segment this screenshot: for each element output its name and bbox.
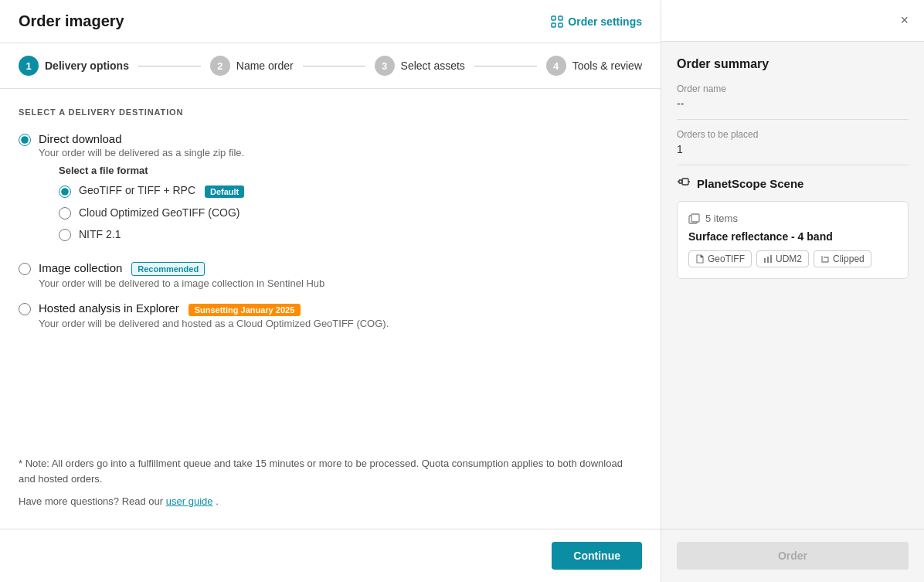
- default-badge: Default: [205, 185, 244, 198]
- step-circle-2: 2: [210, 56, 230, 76]
- modal-header: Order imagery Order settings: [0, 0, 661, 43]
- geotiff-label[interactable]: GeoTIFF or TIFF + RPC Default: [79, 184, 244, 197]
- user-guide-link[interactable]: user guide: [166, 495, 213, 507]
- geotiff-option: GeoTIFF or TIFF + RPC Default: [59, 184, 244, 198]
- step-2: 2 Name order: [210, 56, 294, 76]
- direct-download-label[interactable]: Direct download: [39, 132, 122, 145]
- right-header: ×: [661, 0, 924, 42]
- order-name-value: --: [677, 97, 909, 110]
- recommended-badge: Recommended: [131, 262, 205, 276]
- image-collection-label[interactable]: Image collection Recommended: [39, 262, 205, 274]
- geotiff-tag: GeoTIFF: [688, 250, 752, 267]
- nitf-radio[interactable]: [59, 229, 71, 241]
- svg-rect-2: [552, 23, 555, 27]
- settings-icon: [551, 15, 563, 28]
- modal-title: Order imagery: [19, 12, 124, 30]
- svg-rect-11: [767, 257, 769, 263]
- order-summary-title: Order summary: [677, 57, 909, 71]
- step-circle-3: 3: [375, 56, 395, 76]
- nitf-label[interactable]: NITF 2.1: [79, 228, 121, 240]
- order-settings-button[interactable]: Order settings: [551, 15, 642, 28]
- svg-rect-1: [559, 16, 562, 20]
- note-section: * Note: All orders go into a fulfillment…: [0, 437, 661, 529]
- planet-icon: [677, 175, 691, 192]
- direct-download-desc: Your order will be delivered as a single…: [39, 147, 244, 158]
- main-content: SELECT A DELIVERY DESTINATION Direct dow…: [0, 89, 661, 437]
- sunsetting-badge: Sunsetting January 2025: [189, 304, 301, 316]
- file-format-section: Select a file format GeoTIFF or TIFF + R…: [59, 165, 244, 241]
- svg-rect-5: [682, 179, 688, 185]
- image-collection-desc: Your order will be delivered to a image …: [39, 277, 324, 289]
- clipped-tag: Clipped: [814, 250, 871, 267]
- svg-rect-12: [770, 255, 772, 263]
- svg-rect-9: [691, 214, 699, 222]
- file-format-label: Select a file format: [59, 165, 244, 176]
- hosted-analysis-label[interactable]: Hosted analysis in Explorer Sunsetting J…: [39, 302, 301, 315]
- continue-button[interactable]: Continue: [552, 542, 642, 570]
- scene-items-count: 5 items: [688, 213, 897, 224]
- step-divider-3: [474, 66, 537, 66]
- user-guide-text: Have more questions? Read our user guide…: [19, 494, 642, 510]
- close-button[interactable]: ×: [900, 12, 909, 29]
- section-title: SELECT A DELIVERY DESTINATION: [19, 107, 642, 117]
- svg-rect-10: [764, 258, 766, 263]
- scene-card: 5 items Surface reflectance - 4 band Geo…: [677, 201, 909, 279]
- step-label-1: Delivery options: [45, 60, 129, 72]
- nitf-option: NITF 2.1: [59, 227, 244, 241]
- order-name-label: Order name: [677, 83, 909, 94]
- planetscope-header: PlanetScope Scene: [677, 175, 909, 192]
- step-label-2: Name order: [236, 60, 294, 72]
- right-panel: × Order summary Order name -- Orders to …: [661, 0, 924, 582]
- note-text: * Note: All orders go into a fulfillment…: [19, 456, 642, 488]
- udm2-tag: UDM2: [756, 250, 809, 267]
- step-3: 3 Select assets: [375, 56, 465, 76]
- direct-download-option: Direct download Your order will be deliv…: [19, 132, 642, 249]
- crop-icon: [820, 254, 830, 264]
- svg-rect-0: [552, 16, 555, 20]
- image-collection-radio[interactable]: [19, 263, 31, 275]
- summary-divider-1: [677, 119, 909, 120]
- direct-download-radio[interactable]: [19, 134, 31, 146]
- step-circle-1: 1: [19, 56, 39, 76]
- cog-radio[interactable]: [59, 207, 71, 220]
- step-divider-2: [303, 66, 365, 66]
- hosted-analysis-radio[interactable]: [19, 303, 31, 315]
- geotiff-radio[interactable]: [59, 185, 71, 198]
- step-4: 4 Tools & review: [546, 56, 642, 76]
- step-label-3: Select assets: [401, 60, 465, 72]
- items-icon: [688, 213, 701, 224]
- orders-placed-value: 1: [677, 143, 909, 155]
- scene-name: Surface reflectance - 4 band: [688, 230, 897, 243]
- image-collection-option: Image collection Recommended Your order …: [19, 261, 642, 289]
- file-icon: [695, 254, 705, 264]
- svg-rect-3: [559, 23, 562, 27]
- hosted-analysis-desc: Your order will be delivered and hosted …: [39, 318, 389, 329]
- cog-label[interactable]: Cloud Optimized GeoTIFF (COG): [79, 206, 240, 219]
- scene-tags: GeoTIFF UDM2: [688, 250, 897, 267]
- step-circle-4: 4: [546, 56, 566, 76]
- modal-footer: Continue: [0, 529, 661, 582]
- orders-placed-label: Orders to be placed: [677, 129, 909, 140]
- right-footer: Order: [661, 529, 924, 582]
- order-button[interactable]: Order: [677, 542, 909, 570]
- chart-icon: [763, 254, 773, 264]
- hosted-analysis-option: Hosted analysis in Explorer Sunsetting J…: [19, 301, 642, 328]
- step-1: 1 Delivery options: [19, 56, 129, 76]
- summary-divider-2: [677, 165, 909, 165]
- stepper: 1 Delivery options 2 Name order 3 Select…: [0, 43, 661, 89]
- right-content: Order summary Order name -- Orders to be…: [661, 42, 924, 529]
- cog-option: Cloud Optimized GeoTIFF (COG): [59, 206, 244, 220]
- step-label-4: Tools & review: [572, 60, 642, 72]
- step-divider-1: [138, 66, 201, 66]
